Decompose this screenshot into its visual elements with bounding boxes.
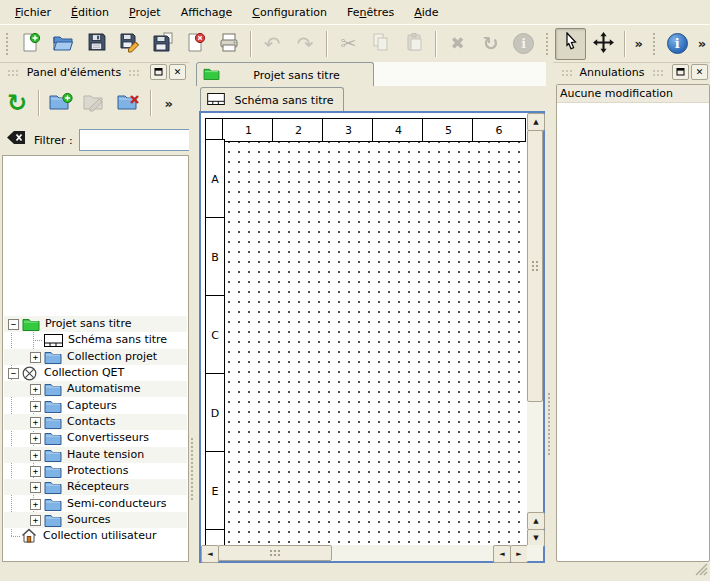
panel-toolbar-overflow-chevron[interactable]: »: [161, 96, 177, 111]
tree-item-collection-qet[interactable]: − Collection QET: [4, 365, 187, 381]
expand-box[interactable]: +: [30, 499, 41, 510]
undo-list-item[interactable]: Aucune modification: [557, 85, 709, 103]
scroll-up-button[interactable]: ▲: [527, 113, 545, 131]
menu-projet[interactable]: Projet: [119, 2, 171, 23]
application-window: Fichier Édition Projet Affichage Configu…: [0, 0, 710, 581]
delete-category-button[interactable]: [113, 87, 145, 119]
expand-box[interactable]: +: [30, 352, 41, 363]
diagram-column-header: 6: [472, 118, 526, 142]
rotate-button[interactable]: ↻: [475, 28, 506, 60]
undo-button[interactable]: ↶: [257, 28, 288, 60]
diagram-row-header: E: [205, 451, 225, 532]
menu-aide[interactable]: Aide: [404, 2, 448, 23]
reload-icon: ↻: [7, 91, 27, 115]
tree-item-collection-utilisateur[interactable]: Collection utilisateur: [4, 528, 187, 544]
float-icon: [154, 67, 163, 78]
expand-box[interactable]: +: [30, 482, 41, 493]
menu-fenetres[interactable]: Fenêtres: [337, 2, 404, 23]
dock-close-button[interactable]: ✕: [691, 64, 708, 80]
element-info-button[interactable]: i: [508, 28, 539, 60]
selection-mode-button[interactable]: [555, 28, 586, 60]
horizontal-scrollbar[interactable]: ◄ ◄ ►: [201, 545, 527, 561]
delete-button[interactable]: ✖: [442, 28, 473, 60]
tree-item-contacts[interactable]: + Contacts: [4, 414, 187, 430]
new-category-button[interactable]: [45, 87, 77, 119]
reload-collections-button[interactable]: ↻: [1, 87, 33, 119]
vertical-scrollbar[interactable]: ▲ ▲ ▼: [527, 113, 543, 545]
tools-toolbar-drag-handle[interactable]: [544, 31, 550, 57]
expand-box[interactable]: +: [30, 417, 41, 428]
resize-grip-icon[interactable]: [695, 563, 708, 579]
new-document-button[interactable]: [15, 28, 46, 60]
tree-item-recepteurs[interactable]: + Récepteurs: [4, 479, 187, 495]
tree-item-collection-projet[interactable]: + Collection projet: [4, 349, 187, 365]
toolbar-drag-handle[interactable]: [4, 31, 10, 57]
folder-icon: [44, 431, 62, 448]
undo-panel-titlebar: Annulations ✕: [554, 62, 710, 82]
right-splitter[interactable]: [546, 62, 553, 581]
help-toolbar-drag-handle[interactable]: [651, 31, 657, 57]
pan-mode-button[interactable]: [588, 28, 619, 60]
menu-configuration[interactable]: Configuration: [242, 2, 337, 23]
scroll-up-button-2[interactable]: ▲: [527, 512, 545, 530]
tree-item-convertisseurs[interactable]: + Convertisseurs: [4, 430, 187, 446]
dock-float-button[interactable]: [150, 64, 167, 80]
clear-filter-button[interactable]: [4, 130, 28, 148]
tab-schema-sans-titre[interactable]: Schéma sans titre: [200, 87, 344, 112]
tree-item-capteurs[interactable]: + Capteurs: [4, 398, 187, 414]
save-as-button[interactable]: [114, 28, 145, 60]
save-all-button[interactable]: [147, 28, 178, 60]
about-button[interactable]: i: [662, 28, 693, 60]
expand-box[interactable]: +: [30, 515, 41, 526]
elements-tree[interactable]: − Projet sans titre Schéma sans titre + …: [2, 155, 189, 562]
arrow-down-icon: ▼: [533, 535, 538, 542]
dock-close-button[interactable]: ✕: [169, 64, 186, 80]
menu-edition[interactable]: Édition: [61, 2, 119, 23]
diagram-canvas[interactable]: 1 2 3 4 5 6 A B C D E: [201, 113, 527, 545]
toolbar-overflow-chevron[interactable]: »: [694, 36, 710, 51]
tree-item-schema-sans-titre[interactable]: Schéma sans titre: [4, 332, 187, 348]
scroll-left-button-2[interactable]: ◄: [493, 545, 511, 563]
tree-item-automatisme[interactable]: + Automatisme: [4, 381, 187, 397]
close-file-button[interactable]: [180, 28, 211, 60]
collapse-box[interactable]: −: [8, 368, 19, 379]
expand-box[interactable]: +: [30, 433, 41, 444]
dock-float-button[interactable]: [672, 64, 689, 80]
save-button[interactable]: [81, 28, 112, 60]
menu-affichage[interactable]: Affichage: [171, 2, 243, 23]
tree-item-sources[interactable]: + Sources: [4, 512, 187, 528]
expand-box[interactable]: +: [30, 450, 41, 461]
horizontal-scrollbar-thumb[interactable]: [218, 545, 332, 561]
tree-item-projet-sans-titre[interactable]: − Projet sans titre: [4, 316, 187, 332]
arrow-left-icon: ◄: [499, 551, 504, 558]
tab-projet-sans-titre[interactable]: Projet sans titre: [196, 62, 374, 87]
tree-item-protections[interactable]: + Protections: [4, 463, 187, 479]
filter-input[interactable]: [79, 129, 191, 151]
info-gray-icon: i: [513, 33, 534, 54]
status-bar: [0, 563, 710, 581]
edit-category-button[interactable]: [79, 87, 111, 119]
print-button[interactable]: [213, 28, 244, 60]
vertical-scrollbar-thumb[interactable]: [527, 130, 543, 402]
printer-icon: [218, 32, 240, 56]
redo-button[interactable]: ↷: [290, 28, 321, 60]
copy-button[interactable]: [366, 28, 397, 60]
toolbar-overflow-chevron[interactable]: »: [630, 36, 646, 51]
tree-item-semi-conducteurs[interactable]: + Semi-conducteurs: [4, 496, 187, 512]
splitter-handle: [547, 392, 552, 456]
tree-item-haute-tension[interactable]: + Haute tension: [4, 447, 187, 463]
expand-box[interactable]: +: [30, 384, 41, 395]
paste-button[interactable]: [399, 28, 430, 60]
collapse-box[interactable]: −: [8, 319, 19, 330]
diagram-column-header: 5: [422, 118, 475, 142]
menu-fichier[interactable]: Fichier: [5, 2, 61, 23]
left-splitter[interactable]: [189, 62, 196, 581]
expand-box[interactable]: +: [30, 401, 41, 412]
open-project-button[interactable]: [48, 28, 79, 60]
cut-button[interactable]: ✂: [333, 28, 364, 60]
scroll-right-button[interactable]: ►: [510, 545, 528, 563]
folder-add-icon: [49, 92, 73, 115]
scroll-left-button[interactable]: ◄: [201, 545, 219, 563]
expand-box[interactable]: +: [30, 466, 41, 477]
undo-history-list[interactable]: Aucune modification: [556, 84, 710, 562]
